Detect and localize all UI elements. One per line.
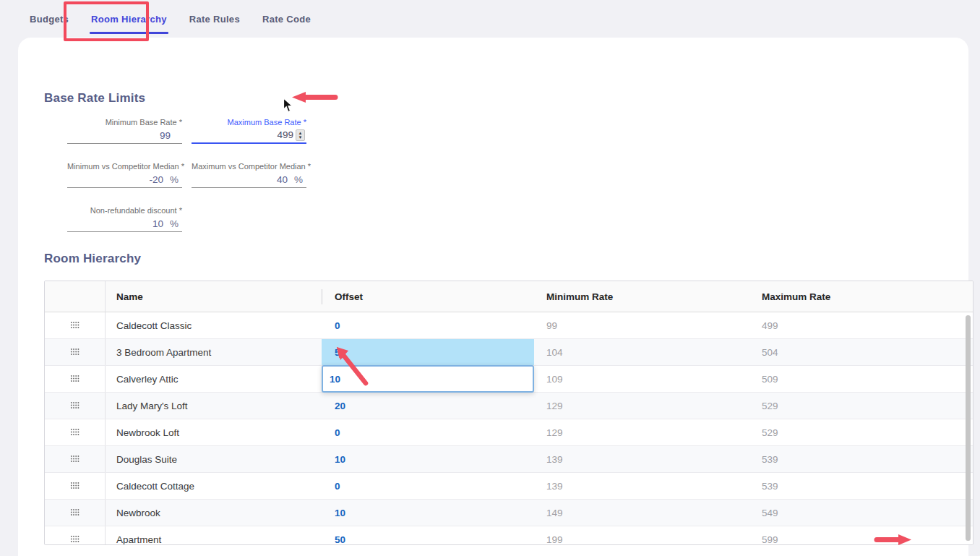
field-label: Non-refundable discount * xyxy=(67,205,182,215)
minimum-rate-cell: 199 xyxy=(534,526,749,545)
minimum-rate-cell: 109 xyxy=(534,366,749,392)
row-drag-cell xyxy=(45,393,106,419)
room-name-cell: Caldecott Cottage xyxy=(106,473,322,499)
row-drag-cell xyxy=(45,419,106,445)
percent-suffix: % xyxy=(163,174,181,185)
minimum-rate-column-header: Minimum Rate xyxy=(534,281,749,312)
row-drag-cell xyxy=(45,339,106,365)
maximum-rate-cell: 539 xyxy=(749,473,973,499)
minimum-base-rate-field[interactable]: Minimum Base Rate * 99 xyxy=(67,117,182,144)
drag-handle-icon[interactable] xyxy=(70,320,79,331)
table-row: Caldecott Cottage0139539 xyxy=(45,473,973,500)
table-row: Calverley Attic10109509 xyxy=(45,366,973,393)
room-name-cell: Caldecott Classic xyxy=(106,312,322,338)
row-drag-cell xyxy=(45,526,106,545)
percent-suffix: % xyxy=(163,218,181,229)
field-label: Minimum Base Rate * xyxy=(67,117,182,127)
drag-handle-icon[interactable] xyxy=(70,534,79,545)
offset-cell[interactable]: 10 xyxy=(322,500,534,526)
maximum-rate-cell: 499 xyxy=(749,312,973,338)
offset-cell[interactable]: 20 xyxy=(322,393,534,419)
minimum-rate-cell: 129 xyxy=(534,393,749,419)
minimum-rate-cell: 129 xyxy=(534,419,749,445)
table-row: Newbrook10149549 xyxy=(45,500,973,526)
drag-handle-icon[interactable] xyxy=(70,454,79,465)
minimum-vs-competitor-median-input[interactable]: -20 xyxy=(149,174,163,185)
percent-suffix: % xyxy=(288,174,305,185)
tab-budgets[interactable]: Budgets xyxy=(25,0,73,38)
minimum-vs-competitor-median-field[interactable]: Minimum vs Competitor Median * -20 % xyxy=(67,161,182,188)
maximum-vs-competitor-median-input[interactable]: 40 xyxy=(277,174,288,185)
drag-handle-icon[interactable] xyxy=(70,401,79,411)
row-drag-cell xyxy=(45,500,106,526)
room-name-cell: Calverley Attic xyxy=(106,366,322,392)
content-card: Base Rate Limits Minimum Base Rate * 99 … xyxy=(18,38,968,556)
tab-rate-rules[interactable]: Rate Rules xyxy=(185,0,244,38)
drag-handle-icon[interactable] xyxy=(70,427,79,438)
number-spinner-icon[interactable]: ▲▼ xyxy=(296,129,305,141)
room-name-cell: 3 Bedroom Apartment xyxy=(106,339,322,365)
non-refundable-discount-field[interactable]: Non-refundable discount * 10 % xyxy=(67,205,182,232)
minimum-rate-cell: 149 xyxy=(534,500,749,526)
offset-cell[interactable]: 10 xyxy=(322,366,534,392)
room-name-cell: Newbrook Loft xyxy=(106,419,322,445)
room-name-cell: Douglas Suite xyxy=(106,446,322,472)
table-row: Newbrook Loft0129529 xyxy=(45,419,973,446)
offset-cell[interactable]: 0 xyxy=(322,473,534,499)
table-row: 3 Bedroom Apartment5104504 xyxy=(45,339,973,366)
maximum-rate-cell: 599 xyxy=(749,526,973,545)
maximum-base-rate-input[interactable]: 499 xyxy=(277,129,293,140)
row-drag-cell xyxy=(45,473,106,499)
minimum-rate-cell: 104 xyxy=(534,339,749,365)
drag-handle-icon[interactable] xyxy=(70,481,79,492)
maximum-rate-cell: 539 xyxy=(749,446,973,472)
field-label: Minimum vs Competitor Median * xyxy=(67,161,182,171)
maximum-vs-competitor-median-field[interactable]: Maximum vs Competitor Median * 40 % xyxy=(192,161,306,188)
room-hierarchy-table: Name Offset Minimum Rate Maximum Rate Ca… xyxy=(44,281,973,545)
non-refundable-discount-input[interactable]: 10 xyxy=(152,218,163,229)
screen: Budgets Room Hierarchy Rate Rules Rate C… xyxy=(0,0,980,556)
room-hierarchy-title: Room Hierarchy xyxy=(44,252,141,266)
row-drag-cell xyxy=(45,366,106,392)
offset-cell[interactable]: 5 xyxy=(322,339,534,365)
minimum-rate-cell: 99 xyxy=(534,312,749,338)
tab-room-hierarchy[interactable]: Room Hierarchy xyxy=(87,0,171,38)
drag-handle-icon[interactable] xyxy=(70,374,79,385)
field-label: Maximum Base Rate * xyxy=(192,117,306,127)
minimum-rate-cell: 139 xyxy=(534,446,749,472)
room-name-cell: Newbrook xyxy=(106,500,322,526)
tab-bar: Budgets Room Hierarchy Rate Rules Rate C… xyxy=(0,0,980,38)
table-row: Apartment50199599 xyxy=(45,526,973,545)
minimum-base-rate-input[interactable]: 99 xyxy=(160,130,171,141)
offset-column-header: Offset xyxy=(322,281,534,312)
minimum-rate-cell: 139 xyxy=(534,473,749,499)
maximum-rate-cell: 509 xyxy=(749,366,973,392)
tab-rate-code[interactable]: Rate Code xyxy=(258,0,315,38)
offset-cell[interactable]: 10 xyxy=(322,446,534,472)
maximum-rate-cell: 529 xyxy=(749,393,973,419)
drag-handle-icon[interactable] xyxy=(70,508,79,518)
maximum-rate-cell: 529 xyxy=(749,419,973,445)
row-drag-cell xyxy=(45,446,106,472)
offset-cell[interactable]: 0 xyxy=(322,312,534,338)
table-body: Caldecott Classic0994993 Bedroom Apartme… xyxy=(45,312,973,545)
room-name-cell: Lady Mary's Loft xyxy=(106,393,322,419)
table-header-row: Name Offset Minimum Rate Maximum Rate xyxy=(45,281,973,312)
drag-handle-icon[interactable] xyxy=(70,347,79,358)
table-scrollbar[interactable] xyxy=(966,315,971,541)
name-column-header: Name xyxy=(106,281,322,312)
offset-cell[interactable]: 0 xyxy=(322,419,534,445)
maximum-rate-column-header: Maximum Rate xyxy=(749,281,973,312)
offset-cell[interactable]: 50 xyxy=(322,526,534,545)
base-rate-limits-title: Base Rate Limits xyxy=(44,91,145,106)
table-row: Douglas Suite10139539 xyxy=(45,446,973,473)
drag-column-header xyxy=(45,281,106,312)
offset-edit-input[interactable]: 10 xyxy=(322,365,534,393)
table-row: Caldecott Classic099499 xyxy=(45,312,973,339)
maximum-rate-cell: 504 xyxy=(749,339,973,365)
room-name-cell: Apartment xyxy=(106,526,322,545)
row-drag-cell xyxy=(45,312,106,338)
maximum-rate-cell: 549 xyxy=(749,500,973,526)
field-label: Maximum vs Competitor Median * xyxy=(192,161,306,171)
maximum-base-rate-field[interactable]: Maximum Base Rate * 499 ▲▼ xyxy=(192,117,306,144)
